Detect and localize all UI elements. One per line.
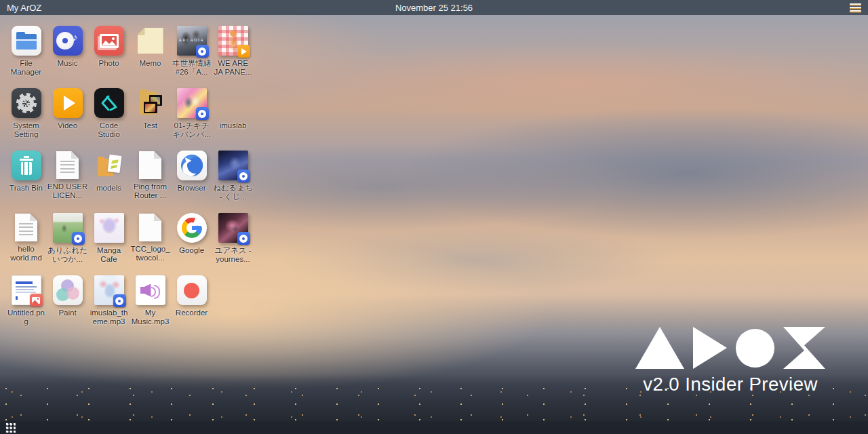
text-document-icon: [56, 151, 79, 179]
image-badge-icon: [30, 294, 43, 307]
music-badge-icon: [113, 294, 126, 307]
desktop-item-isekaijoucho-video[interactable]: ARCADIA ヰ世界情緒 #26「A...: [171, 20, 212, 83]
desktop-item-eula-document[interactable]: END USER LICEN...: [47, 145, 88, 208]
desktop-item-we-are-japanese[interactable]: WE ARE JA PANE...: [212, 20, 254, 83]
desktop-item-browser[interactable]: Browser: [171, 145, 212, 208]
music-badge-icon: [237, 170, 250, 182]
media-thumbnail: [53, 213, 83, 243]
folder-with-pictures-icon: [136, 88, 165, 118]
desktop-item-file-manager[interactable]: File Manager: [5, 20, 47, 83]
desktop-item-ping-from-router[interactable]: Ping from Router ...: [130, 145, 171, 208]
speaker-icon: [140, 281, 161, 300]
cd-icon: [74, 235, 82, 243]
paint-circles-icon: [56, 279, 79, 301]
code-chevron-icon: [99, 93, 119, 113]
media-thumbnail: [218, 151, 248, 180]
cd-icon: [115, 297, 123, 305]
desktop-item-label: Ping from Router ...: [130, 182, 171, 199]
desktop-item-label: hello world.md: [5, 245, 47, 262]
folder-with-files-icon: [94, 151, 124, 180]
desktop-item-manga-cafe[interactable]: Manga Cafe: [88, 208, 130, 270]
desktop-item-chikichiki-song[interactable]: 01-チキチキバンバ...: [171, 83, 212, 145]
music-badge-icon: [196, 45, 209, 58]
media-thumbnail: [94, 213, 124, 243]
media-thumbnail: [218, 213, 248, 243]
logo-triangle-up-icon: [635, 327, 684, 369]
music-badge-icon: [196, 107, 209, 120]
desktop-item-test-folder[interactable]: Test: [130, 83, 171, 145]
image-preview-thumbnail: [12, 275, 41, 305]
desktop-item-label: Memo: [140, 59, 161, 68]
desktop-item-paint[interactable]: Paint: [47, 270, 88, 332]
desktop-item-label: ヰ世界情緒 #26「A...: [171, 59, 212, 76]
clock: November 25 21:56: [0, 3, 868, 13]
desktop-item-yournes-song[interactable]: ユアネス - yournes...: [212, 208, 254, 270]
desktop-item-models-folder[interactable]: models: [88, 145, 130, 208]
desktop-item-label: My Music.mp3: [130, 309, 171, 326]
desktop-item-label: models: [96, 184, 121, 193]
media-thumbnail: [218, 26, 248, 56]
desktop-item-imuslab-theme-mp3[interactable]: imuslab_theme.mp3: [88, 270, 130, 332]
desktop-item-arifureta-song[interactable]: ありふれたいつか...: [47, 208, 88, 270]
trash-bin-icon: [12, 151, 41, 180]
media-thumbnail: ARCADIA: [177, 26, 207, 56]
desktop-item-label: File Manager: [5, 59, 47, 76]
music-badge-icon: [72, 232, 85, 245]
google-icon: [177, 213, 207, 243]
logo-circle-icon: [736, 329, 774, 368]
version-caption: v2.0 Insider Preview: [643, 374, 818, 395]
desktop-item-photo[interactable]: Photo: [88, 20, 130, 83]
desktop-item-label: imuslab: [220, 121, 247, 130]
app-launcher-grid-icon[interactable]: [5, 422, 16, 433]
hamburger-menu-icon[interactable]: [850, 3, 861, 12]
desktop-root: My ArOZ November 25 21:56 File Manager M…: [0, 0, 868, 434]
desktop-item-label: Photo: [98, 59, 119, 68]
record-dot-icon: [184, 283, 199, 298]
desktop-item-trash-bin[interactable]: Trash Bin: [5, 145, 47, 208]
desktop-item-label: ありふれたいつか...: [47, 246, 88, 263]
desktop-item-memo[interactable]: Memo: [130, 20, 171, 83]
gear-icon: [16, 93, 37, 113]
desktop-item-recorder[interactable]: Recorder: [171, 270, 212, 332]
desktop-item-video[interactable]: Video: [47, 83, 88, 145]
desktop-item-label: Music: [57, 59, 77, 68]
desktop-item-imuslab[interactable]: imuslab: [212, 83, 254, 145]
desktop-item-hello-world-md[interactable]: hello world.md: [5, 208, 47, 270]
music-app-icon: [53, 26, 83, 56]
desktop-item-label: ユアネス - yournes...: [212, 246, 254, 263]
code-studio-icon: [94, 88, 124, 118]
desktop-item-untitled-png[interactable]: Untitled.png: [5, 270, 47, 332]
desktop-item-label: Paint: [58, 309, 76, 317]
photo-app-icon: [94, 26, 124, 56]
desktop-item-nemurumachi-song[interactable]: ねむるまち - くじ...: [212, 145, 254, 208]
desktop-icon-grid: File Manager Music Photo Memo ARCADIA ヰ世…: [5, 20, 254, 332]
desktop-item-google[interactable]: Google: [171, 208, 212, 270]
top-bar: My ArOZ November 25 21:56: [0, 0, 868, 15]
system-title[interactable]: My ArOZ: [7, 3, 41, 13]
desktop-item-label: Manga Cafe: [88, 246, 130, 263]
audio-file-icon: [136, 275, 165, 305]
desktop-item-my-music-mp3[interactable]: My Music.mp3: [130, 270, 171, 332]
cd-icon: [239, 172, 248, 180]
desktop-item-music[interactable]: Music: [47, 20, 88, 83]
play-icon: [241, 48, 247, 55]
desktop-item-code-studio[interactable]: Code Studio: [88, 83, 130, 145]
video-badge-icon: [237, 45, 250, 58]
desktop-item-system-setting[interactable]: System Setting: [5, 83, 47, 145]
task-bar: [0, 421, 868, 434]
logo-triangle-right-icon: [693, 327, 727, 369]
media-thumbnail: [94, 275, 124, 305]
blank-document-icon: [139, 151, 161, 179]
desktop-item-tcc-logo[interactable]: TCC_logo_twocol...: [130, 208, 171, 270]
music-note-icon: [73, 31, 78, 43]
desktop-item-label: Video: [58, 121, 77, 130]
desktop-item-label: Untitled.png: [5, 309, 47, 326]
desktop-item-label: 01-チキチキバンバ...: [171, 121, 212, 138]
logo-hourglass-icon: [783, 327, 825, 369]
desktop-item-label: Recorder: [176, 309, 208, 317]
desktop-item-label: END USER LICEN...: [47, 182, 88, 199]
desktop-item-label: Trash Bin: [9, 184, 43, 193]
aroz-logo: [635, 327, 825, 369]
desktop-item-label: WE ARE JA PANE...: [212, 59, 254, 76]
desktop-item-label: TCC_logo_twocol...: [130, 245, 171, 262]
